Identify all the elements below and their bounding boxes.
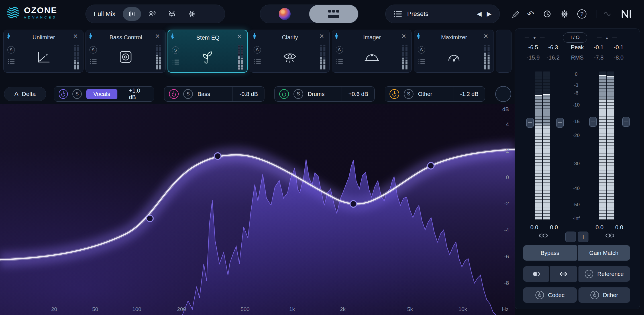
eq-graph[interactable]: dB 4 2 0 -2 -4 -6 -8 20 50 100 200 500 1… (0, 104, 515, 315)
module-menu-icon[interactable] (254, 59, 261, 65)
reference-power-icon[interactable] (585, 270, 593, 278)
stem-power-icon[interactable] (279, 89, 289, 99)
triangle-up-icon[interactable]: ▲ (605, 36, 609, 40)
module-card-imager[interactable]: Imager × S (332, 30, 412, 73)
module-solo-button[interactable]: S (418, 46, 425, 54)
module-close-icon[interactable]: × (71, 32, 80, 41)
module-close-icon[interactable]: × (317, 32, 326, 41)
output-link-icon[interactable] (605, 233, 615, 238)
gain-match-button[interactable]: Gain Match (578, 245, 630, 261)
stem-gain-value[interactable]: -0.8 dB (233, 87, 260, 101)
module-menu-icon[interactable] (172, 59, 180, 65)
input-gain-value-right[interactable]: 0.0 (544, 224, 564, 231)
reference-button[interactable]: Reference (578, 266, 630, 282)
module-close-icon[interactable]: × (235, 32, 244, 41)
module-close-icon[interactable]: × (400, 32, 408, 41)
module-card-clarity[interactable]: Clarity × S (250, 30, 330, 73)
presets-label[interactable]: Presets (407, 10, 429, 18)
output-gain-handle-right[interactable] (622, 117, 630, 127)
edit-pencil-icon[interactable] (509, 8, 521, 20)
stem-power-icon[interactable] (169, 89, 179, 99)
module-power-icon[interactable] (336, 33, 337, 39)
dither-power-icon[interactable] (590, 291, 599, 299)
signal-chain-icon[interactable] (601, 8, 614, 20)
module-chain-view-toggle[interactable] (309, 5, 358, 23)
eq-node-3[interactable] (350, 201, 357, 207)
eq-node-1[interactable] (147, 215, 153, 222)
module-close-icon[interactable]: × (153, 32, 162, 41)
stem-solo-button[interactable]: S (72, 89, 81, 99)
stem-gain-value[interactable]: +1.0 dB (122, 83, 150, 105)
undo-icon[interactable]: ↶ (524, 8, 537, 20)
bypass-button[interactable]: Bypass (523, 245, 577, 261)
module-power-icon[interactable] (418, 33, 419, 39)
settings-gear-icon[interactable] (558, 8, 571, 20)
triangle-down-icon[interactable]: ▼ (533, 36, 537, 40)
preset-prev-button[interactable]: ◀ (477, 10, 482, 18)
gain-minus-button[interactable]: − (565, 232, 576, 242)
module-solo-button[interactable]: S (7, 46, 15, 54)
ab-compare-button[interactable] (523, 266, 549, 282)
vocal-stem-button[interactable] (143, 7, 161, 21)
module-power-icon[interactable] (8, 33, 9, 39)
stem-gain-value[interactable]: -1.2 dB (453, 87, 480, 101)
stem-tab-other[interactable]: Other (418, 89, 432, 99)
module-solo-button[interactable]: S (89, 46, 97, 54)
module-card-maximizer[interactable]: Maximizer × S (414, 30, 494, 73)
module-power-icon[interactable] (172, 33, 173, 39)
input-link-icon[interactable] (539, 233, 548, 238)
stem-solo-button[interactable]: S (294, 89, 303, 99)
output-gain-value-right[interactable]: 0.0 (609, 224, 629, 231)
delta-button[interactable]: ∆ Delta (4, 87, 46, 101)
stem-solo-button[interactable]: S (404, 89, 413, 99)
drums-stem-button[interactable] (163, 7, 181, 21)
stem-tab-drums[interactable]: Drums (308, 89, 325, 99)
module-meters (320, 45, 325, 70)
presets-bar[interactable]: Presets ◀ ▶ (385, 5, 500, 23)
module-solo-button[interactable]: S (254, 46, 261, 54)
module-solo-button[interactable]: S (336, 46, 343, 54)
output-gain-value-left[interactable]: 0.0 (590, 224, 610, 231)
input-gain-value-left[interactable]: 0.0 (524, 224, 544, 231)
output-gain-handle-left[interactable] (589, 117, 597, 127)
input-collapse-control[interactable]: ▼ (525, 36, 545, 40)
module-power-icon[interactable] (254, 33, 255, 39)
stem-tab-vocals[interactable]: Vocals (86, 89, 117, 99)
stem-solo-button[interactable]: S (183, 89, 193, 99)
module-menu-icon[interactable] (418, 59, 425, 65)
stem-power-icon[interactable] (59, 89, 68, 99)
stem-power-icon[interactable] (390, 89, 399, 99)
input-gain-handle-right[interactable] (556, 118, 564, 128)
stem-eq-knob[interactable] (495, 86, 511, 102)
preset-next-button[interactable]: ▶ (487, 10, 492, 18)
module-menu-icon[interactable] (8, 59, 15, 65)
codec-button[interactable]: Codec (523, 287, 577, 303)
module-card-bass-control[interactable]: Bass Control × S (85, 30, 166, 73)
module-title: Clarity (264, 34, 316, 41)
meter-scale-tick: -Inf (568, 216, 585, 221)
module-close-icon[interactable]: × (482, 32, 490, 41)
ab-swap-button[interactable] (550, 266, 577, 282)
eq-node-4[interactable] (428, 163, 434, 169)
full-mix-meter-button[interactable] (123, 7, 141, 21)
module-menu-icon[interactable] (90, 59, 97, 65)
other-stem-button[interactable] (183, 7, 201, 21)
io-title[interactable]: I / O (563, 32, 587, 43)
module-power-icon[interactable] (90, 33, 91, 39)
module-solo-button[interactable]: S (172, 46, 179, 54)
stem-gain-value[interactable]: +0.6 dB (341, 87, 370, 101)
history-icon[interactable] (541, 8, 553, 20)
output-collapse-control[interactable]: ▲ (597, 36, 617, 40)
stem-tab-bass[interactable]: Bass (197, 89, 210, 99)
input-gain-handle-left[interactable] (526, 118, 534, 128)
dither-button[interactable]: Dither (578, 287, 630, 303)
detailed-view-toggle[interactable] (260, 5, 309, 23)
module-menu-icon[interactable] (336, 59, 343, 65)
module-card-stem-eq[interactable]: Stem EQ × S (168, 30, 248, 73)
mix-target-label[interactable]: Full Mix (94, 10, 115, 18)
codec-power-icon[interactable] (535, 291, 544, 299)
eq-node-2[interactable] (215, 153, 221, 159)
module-card-unlimiter[interactable]: Unlimiter × S (3, 30, 83, 73)
gain-plus-button[interactable]: + (578, 232, 588, 242)
help-icon[interactable]: ? (576, 8, 588, 20)
